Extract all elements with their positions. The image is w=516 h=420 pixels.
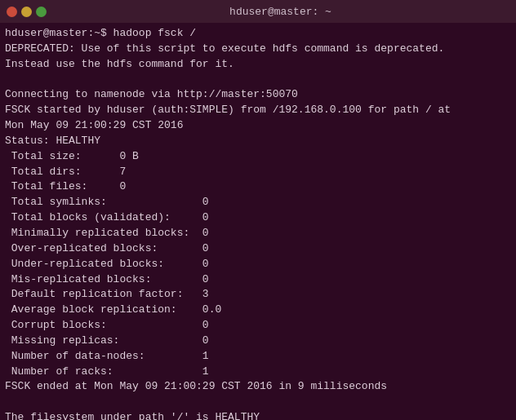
- terminal-line: Mis-replicated blocks: 0: [5, 272, 511, 288]
- terminal-line: Number of data-nodes: 1: [5, 349, 511, 365]
- titlebar: hduser@master: ~: [0, 0, 516, 23]
- terminal-line: [5, 395, 511, 410]
- terminal-line: FSCK ended at Mon May 09 21:00:29 CST 20…: [5, 379, 511, 395]
- terminal-window: hduser@master: ~ hduser@master:~$ hadoop…: [0, 0, 516, 420]
- terminal-line: Connecting to namenode via http://master…: [5, 87, 511, 103]
- terminal-line: Over-replicated blocks: 0: [5, 241, 511, 257]
- close-button[interactable]: [7, 7, 17, 17]
- terminal-line: Corrupt blocks: 0: [5, 318, 511, 334]
- terminal-line: Total dirs: 7: [5, 165, 511, 180]
- terminal-line: Instead use the hdfs command for it.: [5, 57, 511, 73]
- terminal-line: DEPRECATED: Use of this script to execut…: [5, 42, 511, 57]
- window-title: hduser@master: ~: [51, 6, 509, 18]
- terminal-output: DEPRECATED: Use of this script to execut…: [5, 42, 511, 420]
- terminal-line: Under-replicated blocks: 0: [5, 257, 511, 272]
- terminal-line: Default replication factor: 3: [5, 287, 511, 303]
- terminal-line: Number of racks: 1: [5, 365, 511, 380]
- terminal-line: Status: HEALTHY: [5, 134, 511, 149]
- terminal-line: Total size: 0 B: [5, 149, 511, 165]
- terminal-line: [5, 73, 511, 88]
- terminal-line: Mon May 09 21:00:29 CST 2016: [5, 118, 511, 134]
- maximize-button[interactable]: [36, 7, 47, 17]
- terminal-line: Total blocks (validated): 0: [5, 210, 511, 226]
- terminal-line: Total files: 0: [5, 179, 511, 195]
- terminal-body[interactable]: hduser@master:~$ hadoop fsck / DEPRECATE…: [0, 23, 516, 420]
- window-controls[interactable]: [7, 7, 47, 17]
- terminal-line: FSCK started by hduser (auth:SIMPLE) fro…: [5, 103, 511, 118]
- prompt-line: hduser@master:~$ hadoop fsck /: [5, 26, 511, 42]
- minimize-button[interactable]: [21, 7, 32, 17]
- terminal-line: Minimally replicated blocks: 0: [5, 226, 511, 241]
- terminal-line: Average block replication: 0.0: [5, 303, 511, 318]
- terminal-line: Missing replicas: 0: [5, 334, 511, 349]
- terminal-line: Total symlinks: 0: [5, 195, 511, 210]
- terminal-line: The filesystem under path '/' is HEALTHY: [5, 410, 511, 420]
